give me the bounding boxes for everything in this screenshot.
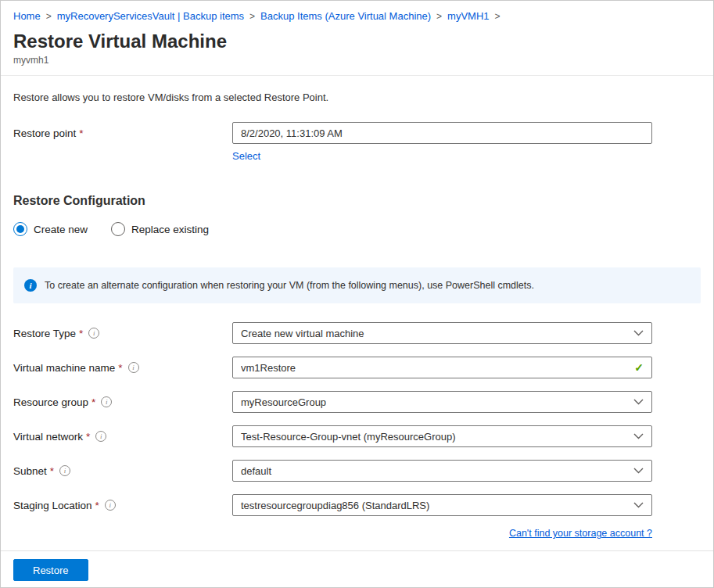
breadcrumb-separator: > [436, 11, 442, 22]
info-icon: i [105, 500, 116, 511]
restore-configuration-options: Create new Replace existing [13, 222, 701, 236]
restore-point-row: Restore point * Select [13, 122, 701, 163]
required-asterisk: * [79, 127, 83, 139]
chevron-down-icon [633, 399, 644, 405]
breadcrumb-vm[interactable]: myVMH1 [447, 10, 489, 22]
breadcrumb-backup-items[interactable]: Backup Items (Azure Virtual Machine) [260, 10, 431, 22]
breadcrumb-separator: > [495, 11, 501, 22]
field-label: Subnet [13, 465, 47, 477]
restore-point-control: Select [232, 122, 652, 163]
restore-type-row: Restore Type * i Create new virtual mach… [13, 322, 701, 344]
breadcrumb: Home>myRecoveryServicesVault | Backup it… [1, 1, 713, 23]
select-link-row: Select [232, 149, 652, 163]
dropdown-value: myResourceGroup [241, 396, 326, 408]
chevron-down-icon [633, 468, 644, 474]
storage-account-link-row: Can't find your storage account ? [13, 525, 652, 540]
info-icon: i [59, 465, 70, 476]
virtual-network-row: Virtual network * i Test-Resource-Group-… [13, 425, 701, 447]
blade-content: Restore allows you to restore VM/disks f… [1, 91, 713, 540]
virtual-network-dropdown[interactable]: Test-Resource-Group-vnet (myResourceGrou… [232, 425, 652, 447]
dropdown-value: Test-Resource-Group-vnet (myResourceGrou… [241, 431, 456, 443]
staging-location-dropdown[interactable]: testresourcegroupdiag856 (StandardLRS) [232, 494, 652, 516]
dropdown-value: default [241, 465, 271, 477]
restore-type-dropdown[interactable]: Create new virtual machine [232, 322, 652, 344]
required-asterisk: * [86, 431, 90, 443]
chevron-down-icon [633, 433, 644, 439]
dropdown-value: Create new virtual machine [241, 328, 364, 339]
restore-point-label: Restore point [13, 127, 76, 139]
field-label-cell: Virtual network * i [13, 431, 232, 443]
storage-account-link[interactable]: Can't find your storage account ? [509, 528, 652, 539]
field-label: Resource group [13, 396, 88, 408]
page-subtitle: myvmh1 [13, 55, 701, 66]
vm-name-input[interactable] [241, 362, 628, 374]
required-asterisk: * [118, 362, 122, 374]
required-asterisk: * [91, 396, 95, 408]
required-asterisk: * [95, 500, 99, 511]
field-label-cell: Virtual machine name * i [13, 362, 232, 374]
chevron-down-icon [633, 330, 644, 336]
subnet-row: Subnet * i default [13, 460, 701, 482]
info-icon: i [24, 279, 37, 292]
field-label: Restore Type [13, 328, 76, 339]
dropdown-value: testresourcegroupdiag856 (StandardLRS) [241, 500, 429, 511]
page-title: Restore Virtual Machine [13, 30, 701, 53]
info-icon: i [88, 328, 99, 339]
restore-point-input[interactable] [241, 127, 644, 139]
intro-text: Restore allows you to restore VM/disks f… [13, 91, 701, 103]
field-label: Virtual network [13, 431, 83, 443]
blade-footer: Restore [1, 550, 713, 588]
required-asterisk: * [79, 328, 83, 339]
vm-name-field: ✓ [232, 357, 652, 378]
radio-create-new[interactable]: Create new [13, 222, 88, 236]
breadcrumb-home[interactable]: Home [13, 10, 41, 22]
info-icon: i [95, 431, 106, 442]
info-banner: i To create an alternate configuration w… [13, 267, 701, 303]
radio-label: Create new [34, 224, 88, 235]
radio-replace-existing[interactable]: Replace existing [111, 222, 209, 236]
select-restore-point-link[interactable]: Select [232, 150, 260, 162]
restore-configuration-heading: Restore Configuration [13, 194, 701, 208]
info-icon: i [101, 396, 112, 407]
restore-point-field [232, 122, 652, 144]
field-label-cell: Staging Location * i [13, 500, 232, 511]
resource-group-dropdown[interactable]: myResourceGroup [232, 391, 652, 413]
field-label-cell: Resource group * i [13, 396, 232, 408]
resource-group-row: Resource group * i myResourceGroup [13, 391, 701, 413]
field-label: Virtual machine name [13, 362, 115, 374]
restore-point-label-cell: Restore point * [13, 122, 232, 144]
staging-location-row: Staging Location * i testresourcegroupdi… [13, 494, 701, 516]
info-banner-text: To create an alternate configuration whe… [45, 280, 534, 291]
blade-header: Restore Virtual Machine myvmh1 [1, 30, 713, 76]
restore-vm-blade: Home>myRecoveryServicesVault | Backup it… [0, 0, 714, 588]
radio-label: Replace existing [131, 224, 209, 235]
breadcrumb-separator: > [249, 11, 255, 22]
radio-button-icon [111, 222, 125, 236]
subnet-dropdown[interactable]: default [232, 460, 652, 482]
breadcrumb-separator: > [46, 11, 52, 22]
required-asterisk: * [50, 465, 54, 477]
field-label: Staging Location [13, 500, 92, 511]
breadcrumb-vault[interactable]: myRecoveryServicesVault | Backup items [57, 10, 244, 22]
chevron-down-icon [633, 502, 644, 508]
restore-button[interactable]: Restore [13, 559, 88, 581]
vm-name-row: Virtual machine name * i ✓ [13, 357, 701, 378]
restore-form: Restore Type * i Create new virtual mach… [13, 322, 701, 540]
field-label-cell: Subnet * i [13, 465, 232, 477]
valid-check-icon: ✓ [634, 361, 644, 374]
info-icon: i [128, 362, 139, 373]
field-label-cell: Restore Type * i [13, 328, 232, 339]
radio-button-icon [13, 222, 27, 236]
